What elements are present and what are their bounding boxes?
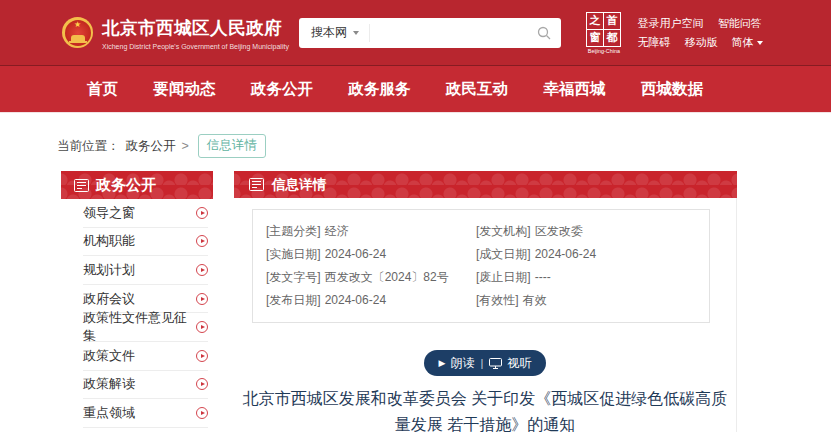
meta-publish-date: [发布日期]2024-06-24 (266, 289, 476, 312)
nav-item-happy-xicheng[interactable]: 幸福西城 (544, 79, 606, 100)
circle-arrow-icon (196, 407, 208, 419)
breadcrumb-separator: > (182, 139, 189, 153)
meta-repeal-date: [废止日期]---- (476, 266, 600, 289)
document-list-icon (74, 179, 89, 192)
meta-issuing-agency: [发文机构]区发改委 (476, 220, 600, 243)
content-area: 政务公开 领导之窗 机构职能 规划计划 政府会议 政策性文件意见征集 (61, 171, 831, 432)
sidebar-title: 政务公开 (96, 176, 156, 195)
capital-window-logo[interactable]: 之 首 窗 都 Beijing-China (586, 12, 622, 54)
quick-links: 登录用户空间 智能问答 无障碍 移动版 简体 (638, 14, 774, 52)
nav-item-home[interactable]: 首页 (87, 79, 118, 100)
breadcrumb-prefix: 当前位置： (57, 138, 120, 155)
gate-icon (71, 35, 85, 41)
link-accessibility[interactable]: 无障碍 (638, 36, 671, 48)
sidebar-item-policy-documents[interactable]: 政策文件 (83, 342, 208, 371)
star-icon: ★ (74, 21, 81, 29)
circle-arrow-icon (196, 350, 208, 362)
search-box: 搜本网 (299, 18, 561, 48)
meta-document-number: [发文字号]西发改文〔2024〕82号 (266, 266, 476, 289)
circle-arrow-icon (196, 264, 208, 276)
search-icon[interactable] (537, 26, 551, 40)
main-panel: 信息详情 [主题分类]经济 [实施日期]2024-06-24 [发文字号]西发改… (234, 171, 737, 432)
sidebar: 政务公开 领导之窗 机构职能 规划计划 政府会议 政策性文件意见征集 (61, 171, 213, 432)
sidebar-item-functions[interactable]: 机构职能 (83, 228, 208, 257)
sidebar-item-label: 机构职能 (83, 232, 135, 250)
caret-down-icon (353, 31, 359, 35)
circle-arrow-icon (196, 293, 208, 305)
audio-visual-label: 视听 (507, 355, 531, 372)
monitor-icon (489, 358, 502, 369)
sidebar-item-label: 政策性文件意见征集 (83, 309, 196, 345)
sidebar-item-partial[interactable]: 重大项目 (83, 428, 208, 432)
link-smart-qa[interactable]: 智能问答 (718, 17, 762, 29)
link-login-user-space[interactable]: 登录用户空间 (638, 17, 704, 29)
site-subtitle: Xicheng District People's Government of … (102, 43, 289, 50)
circle-arrow-icon (196, 207, 208, 219)
breadcrumb-section-link[interactable]: 政务公开 (126, 138, 176, 155)
main-nav: 首页 要闻动态 政务公开 政务服务 政民互动 幸福西城 西城数据 (0, 66, 831, 113)
sidebar-item-key-areas[interactable]: 重点领域 (83, 399, 208, 428)
sidebar-item-label: 规划计划 (83, 261, 135, 279)
meta-validity: [有效性]有效 (476, 289, 600, 312)
document-list-icon (249, 178, 264, 191)
circle-arrow-icon (196, 378, 208, 390)
sidebar-item-planning[interactable]: 规划计划 (83, 256, 208, 285)
sidebar-item-policy-comments[interactable]: 政策性文件意见征集 (83, 313, 208, 342)
meta-topic-category: [主题分类]经济 (266, 220, 476, 243)
sidebar-header: 政务公开 (61, 171, 213, 199)
meta-implementation-date: [实施日期]2024-06-24 (266, 243, 476, 266)
read-aloud-av-button[interactable]: ▶ 朗读 | 视听 (424, 350, 547, 376)
panel-header: 信息详情 (234, 171, 737, 198)
site-title: 北京市西城区人民政府 (102, 16, 289, 40)
national-emblem-icon: ★ (62, 17, 93, 48)
capital-window-caption: Beijing-China (588, 48, 620, 53)
site-logo[interactable]: ★ 北京市西城区人民政府 Xicheng District People's G… (62, 16, 289, 50)
button-separator: | (481, 357, 484, 369)
sidebar-item-label: 政府会议 (83, 290, 135, 308)
article-title: 北京市西城区发展和改革委员会 关于印发《西城区促进绿色低碳高质量发展 若干措施》… (236, 386, 734, 432)
site-header: ★ 北京市西城区人民政府 Xicheng District People's G… (0, 0, 831, 66)
circle-arrow-icon (196, 321, 208, 333)
play-icon: ▶ (439, 359, 446, 368)
circle-arrow-icon (196, 235, 208, 247)
nav-item-xicheng-data[interactable]: 西城数据 (641, 79, 703, 100)
sidebar-item-label: 政策解读 (83, 375, 135, 393)
sidebar-item-label: 重点领域 (83, 404, 135, 422)
link-mobile-version[interactable]: 移动版 (685, 36, 718, 48)
caret-down-icon (757, 41, 763, 45)
search-input[interactable] (370, 18, 537, 48)
nav-item-gov-disclosure[interactable]: 政务公开 (251, 79, 313, 100)
document-meta-box: [主题分类]经济 [实施日期]2024-06-24 [发文字号]西发改文〔202… (252, 209, 710, 323)
panel-title: 信息详情 (272, 176, 326, 194)
search-scope-label: 搜本网 (311, 24, 347, 41)
sidebar-item-label: 领导之窗 (83, 204, 135, 222)
nav-item-news[interactable]: 要闻动态 (154, 79, 216, 100)
sidebar-item-label: 政策文件 (83, 347, 135, 365)
search-scope-dropdown[interactable]: 搜本网 (299, 24, 370, 42)
sidebar-item-leaders[interactable]: 领导之窗 (83, 199, 208, 228)
breadcrumb-current-badge: 信息详情 (198, 134, 266, 158)
nav-item-gov-services[interactable]: 政务服务 (349, 79, 411, 100)
nav-item-interaction[interactable]: 政民互动 (446, 79, 508, 100)
breadcrumb: 当前位置： 政务公开 > 信息详情 (57, 134, 831, 158)
link-language-simplified[interactable]: 简体 (732, 36, 763, 48)
read-aloud-label: 朗读 (451, 355, 475, 372)
sidebar-item-policy-interpretation[interactable]: 政策解读 (83, 371, 208, 400)
meta-written-date: [成文日期]2024-06-24 (476, 243, 600, 266)
